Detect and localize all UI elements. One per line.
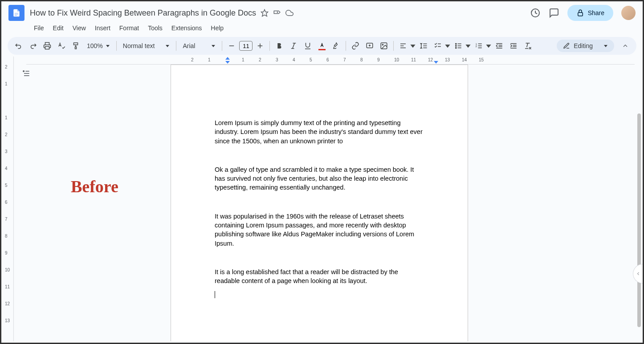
- insert-comment-button[interactable]: [363, 39, 376, 53]
- menu-format[interactable]: Format: [115, 23, 143, 33]
- svg-point-58: [23, 71, 24, 72]
- highlight-button[interactable]: [330, 39, 343, 53]
- annotation-before: Before: [71, 177, 118, 196]
- fontsize-increase-button[interactable]: [253, 39, 267, 53]
- paragraph[interactable]: Lorem Ipsum is simply dummy text of the …: [215, 118, 424, 146]
- svg-marker-39: [466, 45, 471, 48]
- svg-point-35: [456, 47, 457, 48]
- menu-help[interactable]: Help: [207, 23, 228, 33]
- font-select[interactable]: Arial: [179, 39, 219, 53]
- avatar[interactable]: [621, 6, 636, 20]
- svg-marker-8: [166, 45, 169, 47]
- history-icon[interactable]: [530, 8, 541, 18]
- menubar: File Edit View Insert Format Tools Exten…: [1, 22, 643, 37]
- decrease-indent-button[interactable]: [493, 39, 506, 53]
- svg-rect-5: [578, 12, 583, 16]
- scrollbar-thumb[interactable]: [637, 113, 641, 327]
- increase-indent-button[interactable]: [507, 39, 520, 53]
- paint-format-button[interactable]: [69, 39, 82, 53]
- svg-line-15: [293, 43, 295, 49]
- menu-edit[interactable]: Edit: [49, 23, 68, 33]
- paragraph[interactable]: Ok a galley of type and scrambled it to …: [215, 165, 424, 192]
- checklist-button[interactable]: [431, 39, 444, 53]
- editing-mode-button[interactable]: Editing: [557, 40, 614, 52]
- menu-view[interactable]: View: [69, 23, 90, 33]
- share-label: Share: [588, 9, 604, 16]
- text-cursor: [215, 291, 215, 298]
- toolbar: 100% Normal text Arial 12: [8, 37, 636, 55]
- text-color-button[interactable]: [315, 39, 329, 53]
- print-button[interactable]: [41, 39, 54, 53]
- insert-image-button[interactable]: [377, 39, 391, 53]
- svg-marker-7: [106, 45, 110, 47]
- first-line-indent-marker[interactable]: [225, 61, 230, 64]
- collapse-toolbar-button[interactable]: [619, 39, 632, 53]
- outline-toggle-button[interactable]: [22, 69, 31, 80]
- horizontal-ruler: 21123456789101112131415: [26, 57, 635, 65]
- svg-rect-0: [15, 13, 18, 13]
- paragraph-style-select[interactable]: Normal text: [119, 39, 174, 53]
- svg-marker-3: [261, 10, 268, 16]
- paragraph[interactable]: It is a long established fact that a rea…: [215, 267, 424, 286]
- redo-button[interactable]: [26, 39, 40, 53]
- bulleted-list-button[interactable]: [452, 39, 465, 53]
- zoom-select[interactable]: 100%: [83, 39, 114, 53]
- svg-rect-6: [45, 47, 49, 49]
- line-spacing-button[interactable]: [417, 39, 430, 53]
- move-icon[interactable]: [273, 9, 281, 17]
- svg-point-34: [456, 45, 457, 46]
- spellcheck-button[interactable]: [55, 39, 68, 53]
- svg-rect-2: [15, 15, 17, 16]
- star-icon[interactable]: [261, 9, 269, 17]
- clear-formatting-button[interactable]: [521, 39, 534, 53]
- numbered-list-dropdown[interactable]: [485, 39, 492, 53]
- cloud-status-icon[interactable]: [285, 9, 293, 17]
- document-title[interactable]: How to Fix Weird Spacing Between Paragra…: [30, 8, 256, 18]
- svg-marker-9: [212, 45, 215, 47]
- svg-text:2: 2: [476, 45, 477, 48]
- svg-marker-32: [445, 45, 450, 48]
- comments-icon[interactable]: [549, 8, 559, 18]
- svg-point-21: [383, 44, 383, 45]
- undo-button[interactable]: [12, 39, 25, 53]
- menu-tools[interactable]: Tools: [144, 23, 167, 33]
- align-dropdown[interactable]: [410, 39, 416, 53]
- svg-marker-57: [604, 45, 607, 47]
- menu-insert[interactable]: Insert: [91, 23, 114, 33]
- numbered-list-button[interactable]: 12: [472, 39, 485, 53]
- docs-logo[interactable]: [8, 5, 24, 21]
- right-indent-marker[interactable]: [434, 61, 438, 64]
- italic-button[interactable]: [287, 39, 300, 53]
- svg-point-33: [456, 43, 457, 44]
- left-indent-marker[interactable]: [225, 57, 230, 60]
- svg-rect-1: [15, 14, 18, 15]
- paragraph[interactable]: It was popularised in the 1960s with the…: [215, 212, 424, 248]
- menu-extensions[interactable]: Extensions: [167, 23, 206, 33]
- insert-link-button[interactable]: [349, 39, 362, 53]
- fontsize-input[interactable]: [239, 41, 253, 51]
- svg-marker-45: [486, 45, 491, 48]
- align-button[interactable]: [396, 39, 410, 53]
- document-page[interactable]: Lorem Ipsum is simply dummy text of the …: [171, 65, 468, 341]
- bulleted-list-dropdown[interactable]: [465, 39, 471, 53]
- underline-button[interactable]: [301, 39, 314, 53]
- fontsize-decrease-button[interactable]: [225, 39, 238, 53]
- checklist-dropdown[interactable]: [444, 39, 451, 53]
- share-button[interactable]: Share: [567, 5, 613, 21]
- menu-file[interactable]: File: [30, 23, 48, 33]
- svg-marker-25: [411, 45, 416, 48]
- vertical-ruler: 2112345678910111213: [1, 57, 14, 341]
- bold-button[interactable]: [273, 39, 286, 53]
